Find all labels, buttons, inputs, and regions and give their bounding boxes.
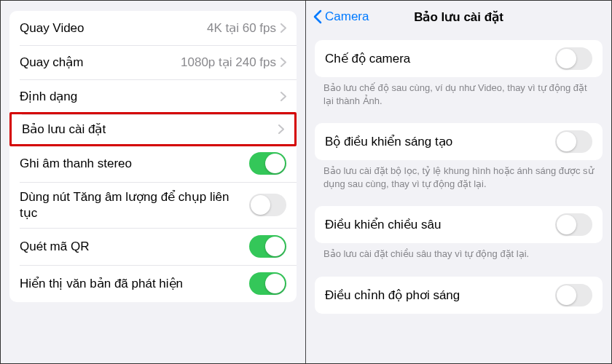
row-stereo-audio: Ghi âm thanh stereo — [9, 145, 297, 182]
camera-settings-screen: Quay Video 4K tại 60 fps Quay chậm 1080p… — [1, 1, 306, 363]
row-volume-burst: Dùng nút Tăng âm lượng để chụp liên tục — [9, 182, 297, 228]
row-label: Bộ điều khiển sáng tạo — [325, 134, 555, 149]
row-value: 1080p tại 240 fps — [181, 55, 276, 70]
toggle-camera-mode[interactable] — [555, 47, 592, 70]
chevron-left-icon — [313, 9, 322, 24]
row-label: Chế độ camera — [325, 51, 555, 66]
back-button[interactable]: Camera — [313, 9, 369, 24]
caption-creative-controls: Bảo lưu cài đặt bộ lọc, tỷ lệ khung hình… — [306, 160, 611, 202]
row-label: Dùng nút Tăng âm lượng để chụp liên tục — [20, 189, 249, 221]
caption-depth-control: Bảo lưu cài đặt chiều sâu thay vì tự độn… — [306, 243, 611, 272]
chevron-right-icon — [280, 92, 286, 101]
row-label: Định dạng — [20, 89, 280, 104]
toggle-scan-qr[interactable] — [249, 235, 286, 258]
row-label: Điều khiển chiều sâu — [325, 217, 555, 232]
row-label: Điều chỉnh độ phơi sáng — [325, 288, 555, 303]
screenshot-container: Quay Video 4K tại 60 fps Quay chậm 1080p… — [0, 0, 612, 364]
group-exposure: Điều chỉnh độ phơi sáng — [315, 277, 603, 314]
caption-camera-mode: Bảo lưu chế độ sau cùng, ví dụ như Video… — [306, 77, 611, 119]
toggle-detected-text[interactable] — [249, 272, 286, 295]
nav-title: Bảo lưu cài đặt — [414, 9, 503, 25]
row-preserve-settings[interactable]: Bảo lưu cài đặt — [9, 112, 297, 146]
row-label: Hiển thị văn bản đã phát hiện — [20, 276, 249, 291]
group-creative-controls: Bộ điều khiển sáng tạo — [315, 123, 603, 160]
row-record-video[interactable]: Quay Video 4K tại 60 fps — [9, 11, 297, 45]
toggle-volume-burst[interactable] — [249, 194, 286, 216]
row-label: Bảo lưu cài đặt — [22, 122, 278, 137]
row-creative-controls: Bộ điều khiển sáng tạo — [315, 123, 603, 160]
camera-settings-group: Quay Video 4K tại 60 fps Quay chậm 1080p… — [9, 11, 297, 302]
row-camera-mode: Chế độ camera — [315, 40, 603, 77]
row-detected-text: Hiển thị văn bản đã phát hiện — [9, 265, 297, 302]
toggle-creative-controls[interactable] — [555, 130, 592, 153]
row-value: 4K tại 60 fps — [207, 20, 276, 36]
row-label: Quét mã QR — [20, 239, 249, 254]
row-slo-mo[interactable]: Quay chậm 1080p tại 240 fps — [9, 45, 297, 79]
nav-header: Camera Bảo lưu cài đặt — [306, 1, 611, 33]
group-depth-control: Điều khiển chiều sâu — [315, 206, 603, 243]
row-label: Quay chậm — [20, 55, 181, 70]
chevron-right-icon — [280, 58, 286, 67]
row-label: Ghi âm thanh stereo — [20, 156, 249, 171]
row-scan-qr: Quét mã QR — [9, 228, 297, 265]
chevron-right-icon — [278, 124, 284, 134]
row-label: Quay Video — [20, 20, 207, 36]
toggle-stereo-audio[interactable] — [249, 152, 286, 175]
preserve-settings-screen: Camera Bảo lưu cài đặt Chế độ camera Bảo… — [306, 1, 611, 363]
back-label: Camera — [325, 9, 369, 24]
row-exposure: Điều chỉnh độ phơi sáng — [315, 277, 603, 314]
group-camera-mode: Chế độ camera — [315, 40, 603, 77]
row-formats[interactable]: Định dạng — [9, 79, 297, 114]
chevron-right-icon — [280, 23, 286, 33]
toggle-exposure[interactable] — [555, 284, 592, 306]
row-depth-control: Điều khiển chiều sâu — [315, 206, 603, 243]
toggle-depth-control[interactable] — [555, 213, 592, 236]
